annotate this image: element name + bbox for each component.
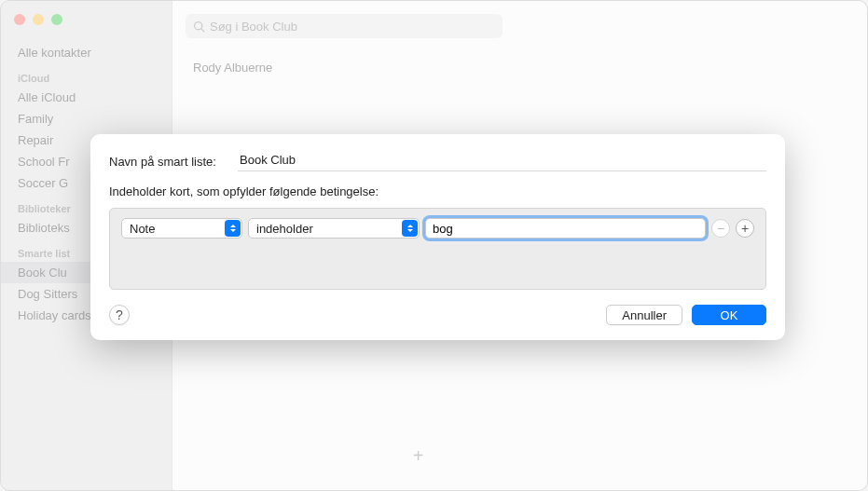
smart-list-name-input[interactable]: [238, 151, 766, 171]
remove-rule-button[interactable]: −: [711, 219, 730, 238]
name-label: Navn på smart liste:: [109, 155, 238, 169]
chevron-up-down-icon: [402, 220, 418, 237]
rule-field-value: Note: [130, 222, 155, 236]
rule-operator-value: indeholder: [256, 222, 313, 236]
rules-container: Note indeholder − +: [109, 208, 766, 290]
rule-row: Note indeholder − +: [121, 218, 754, 239]
smart-list-dialog: Navn på smart liste: Indeholder kort, so…: [90, 134, 785, 340]
ok-button[interactable]: OK: [692, 305, 766, 325]
chevron-up-down-icon: [225, 220, 241, 237]
conditions-label: Indeholder kort, som opfylder følgende b…: [109, 184, 766, 198]
rule-operator-select[interactable]: indeholder: [248, 218, 420, 239]
dialog-footer: ? Annuller OK: [109, 305, 766, 325]
add-rule-button[interactable]: +: [736, 219, 754, 238]
help-button[interactable]: ?: [109, 305, 130, 325]
rule-value-input[interactable]: [425, 218, 706, 239]
app-window: Alle kontakter iCloud Alle iCloud Family…: [1, 1, 867, 490]
rule-field-select[interactable]: Note: [121, 218, 242, 239]
cancel-button[interactable]: Annuller: [606, 305, 682, 325]
